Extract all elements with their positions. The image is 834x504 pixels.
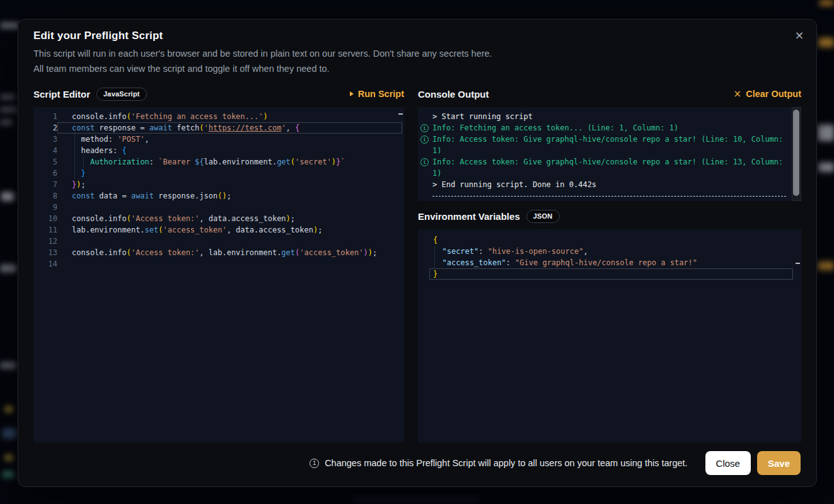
code-line: 8const data = await response.json(); (33, 190, 404, 202)
code-text: method: 'POST', (57, 134, 402, 145)
console-entries: > Start running scriptiInfo: Fetching an… (420, 111, 790, 190)
backdrop-artifact (0, 362, 16, 369)
line-number: 1 (33, 111, 57, 122)
modal-description-line2: All team members can view the script and… (33, 61, 801, 76)
console-entry: iInfo: Access token: Give graphql-hive/c… (420, 134, 790, 156)
code-text: "access_token": "Give graphql-hive/conso… (429, 257, 793, 268)
info-icon: i (420, 135, 429, 144)
line-number: 14 (33, 258, 57, 270)
clear-icon: × (734, 89, 742, 99)
console-message: > End running script. Done in 0.442s (432, 179, 790, 190)
console-entry: > Start running script (420, 111, 790, 122)
modal-description-line1: This script will run in each user's brow… (33, 46, 801, 61)
backdrop-artifact (0, 265, 16, 272)
code-line: 1console.info('Fetching an access token.… (33, 111, 404, 122)
environment-variables-editor[interactable]: { "secret": "hive-is-open-source", "acce… (418, 229, 801, 442)
line-number: 13 (33, 247, 57, 258)
backdrop-artifact (818, 38, 834, 47)
backdrop-artifact (3, 471, 14, 478)
entry-spacer (420, 181, 429, 189)
code-text: } (57, 168, 402, 179)
language-badge: JavaScript (96, 88, 147, 101)
backdrop-artifact (0, 120, 13, 125)
info-icon: i (420, 124, 429, 132)
script-code-editor[interactable]: 1console.info('Fetching an access token.… (33, 107, 404, 442)
backdrop-artifact (5, 406, 13, 412)
console-entry: iInfo: Access token: Give graphql-hive/c… (420, 156, 790, 179)
line-number: 7 (33, 179, 57, 190)
code-line: 12 (33, 236, 404, 247)
code-line: 11lab.environment.set('access_token', da… (33, 224, 404, 236)
close-button[interactable]: Close (705, 451, 751, 475)
code-line: 5 Authorization: `Bearer ${lab.environme… (33, 156, 404, 168)
backdrop-artifact (0, 107, 17, 112)
code-line: 10console.info('Access token:', data.acc… (33, 213, 404, 224)
footer-notice: i Changes made to this Preflight Script … (310, 458, 687, 468)
backdrop-artifact (3, 428, 16, 438)
line-number: 2 (33, 122, 57, 134)
backdrop-artifact (0, 23, 19, 28)
line-number: 12 (33, 236, 57, 247)
code-text: console.info('Access token:', data.acces… (57, 213, 402, 224)
console-scrollbar-track[interactable] (792, 107, 801, 201)
save-button[interactable]: Save (757, 451, 801, 475)
code-text: lab.environment.set('access_token', data… (57, 224, 402, 236)
code-line: 2const response = await fetch('https://t… (33, 122, 404, 134)
code-line: } (429, 268, 801, 280)
modal-description: This script will run in each user's brow… (33, 46, 801, 76)
backdrop-artifact (1, 192, 14, 201)
info-icon: i (420, 158, 429, 166)
console-scrollbar-thumb[interactable] (793, 110, 799, 196)
backdrop-artifact (820, 0, 834, 6)
code-line: 14 (33, 258, 404, 270)
console-entry: > End running script. Done in 0.442s (420, 179, 790, 190)
console-message: Info: Fetching an access token... (Line:… (432, 122, 790, 134)
code-line: 6 } (33, 168, 404, 179)
console-message: > Start running script (432, 111, 790, 122)
modal-footer: i Changes made to this Preflight Script … (33, 451, 801, 475)
code-text: console.info('Access token:', lab.enviro… (57, 247, 402, 258)
run-script-label: Run Script (358, 89, 404, 99)
modal-body: Script Editor JavaScript Run Script 1con… (33, 86, 801, 442)
json-badge: JSON (526, 210, 560, 223)
code-line: 9 (33, 202, 404, 213)
console-separator (432, 196, 786, 197)
clear-output-label: Clear Output (746, 89, 801, 99)
console-header: Console Output × Clear Output (418, 86, 801, 101)
line-number: 10 (33, 213, 57, 224)
code-text: }); (57, 179, 402, 190)
console-message: Info: Access token: Give graphql-hive/co… (432, 156, 790, 179)
console-title: Console Output (418, 89, 489, 100)
code-line: "access_token": "Give graphql-hive/conso… (429, 257, 801, 268)
code-text (57, 202, 402, 213)
code-text: Authorization: `Bearer ${lab.environment… (57, 156, 402, 168)
console-output: > Start running scriptiInfo: Fetching an… (418, 107, 801, 201)
code-text: const response = await fetch('https://te… (57, 122, 402, 134)
code-line: { (429, 234, 801, 246)
modal-title: Edit your Preflight Script (33, 30, 801, 42)
environment-variables-header: Environment Variables JSON (418, 209, 801, 224)
backdrop-artifact (0, 94, 15, 100)
code-text: "secret": "hive-is-open-source", (429, 246, 793, 257)
backdrop-artifact (818, 125, 834, 141)
code-text (57, 236, 402, 247)
backdrop-artifact (353, 498, 479, 501)
info-icon: i (310, 459, 319, 468)
code-line: "secret": "hive-is-open-source", (429, 246, 801, 257)
run-script-button[interactable]: Run Script (350, 89, 404, 99)
preflight-script-modal: × Edit your Preflight Script This script… (18, 19, 817, 487)
close-icon[interactable]: × (791, 27, 808, 43)
environment-variables-title: Environment Variables (418, 211, 520, 222)
backdrop-artifact (818, 163, 834, 172)
clear-output-button[interactable]: × Clear Output (734, 89, 801, 99)
line-number: 11 (33, 224, 57, 236)
line-number: 8 (33, 190, 57, 202)
overview-ruler-mark (796, 263, 800, 264)
code-text (57, 258, 402, 270)
code-line: 7}); (33, 179, 404, 190)
entry-spacer (420, 113, 429, 121)
output-column: Console Output × Clear Output > Start ru… (418, 86, 801, 442)
script-editor-header: Script Editor JavaScript Run Script (33, 86, 404, 101)
backdrop-artifact (818, 261, 834, 270)
script-editor-column: Script Editor JavaScript Run Script 1con… (33, 86, 404, 442)
